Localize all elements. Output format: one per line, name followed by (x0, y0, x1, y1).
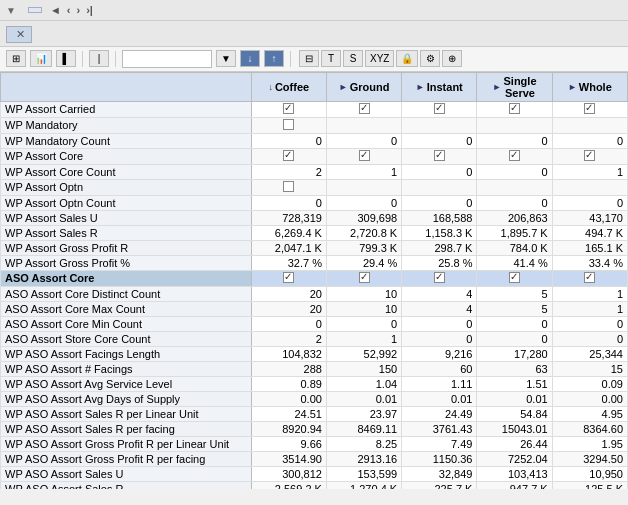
cell-14-1: 0 (326, 316, 401, 331)
col-header-3[interactable]: ►Single Serve (477, 72, 552, 101)
checkbox-checked-0-1[interactable] (359, 103, 370, 114)
table-container[interactable]: ↓Coffee►Ground►Instant►Single Serve►Whol… (0, 72, 628, 489)
col-arrow-2: ► (416, 82, 425, 92)
nav-up-btn[interactable]: ↑ (264, 50, 284, 67)
checkbox-checked-3-2[interactable] (434, 150, 445, 161)
cell-1-0 (251, 117, 326, 133)
checkbox-checked-0-2[interactable] (434, 103, 445, 114)
col-header-0[interactable]: ↓Coffee (251, 72, 326, 101)
cell-22-0: 9.66 (251, 436, 326, 451)
cell-19-4: 0.00 (552, 391, 627, 406)
col-header-4[interactable]: ►Whole (552, 72, 627, 101)
row-label-5: WP Assort Optn (1, 179, 252, 195)
table-row: ASO Assort Store Core Count21000 (1, 331, 628, 346)
toolbar-grid-btn[interactable]: ⊞ (6, 50, 26, 67)
table-row: WP ASO Assort Sales R2,569.2 K1,270.4 K2… (1, 481, 628, 489)
cell-13-1: 10 (326, 301, 401, 316)
row-label-7: WP Assort Sales U (1, 210, 252, 225)
icon-btn-2[interactable]: T (321, 50, 341, 67)
cell-19-3: 0.01 (477, 391, 552, 406)
checkbox-checked-3-0[interactable] (283, 150, 294, 161)
table-row: WP ASO Assort Sales R per Linear Unit24.… (1, 406, 628, 421)
checkbox-checked-11-2[interactable] (434, 272, 445, 283)
location-button[interactable] (28, 7, 42, 13)
checkbox-checked-0-4[interactable] (584, 103, 595, 114)
cell-13-0: 20 (251, 301, 326, 316)
cell-7-4: 43,170 (552, 210, 627, 225)
checkbox-checked-0-0[interactable] (283, 103, 294, 114)
checkbox-checked-3-4[interactable] (584, 150, 595, 161)
nav-first[interactable]: ◄ (48, 4, 63, 16)
row-label-23: WP ASO Assort Gross Profit R per facing (1, 451, 252, 466)
nav-down-btn[interactable]: ↓ (240, 50, 260, 67)
cell-14-3: 0 (477, 316, 552, 331)
find-input[interactable] (122, 50, 212, 68)
cell-1-1 (326, 117, 401, 133)
cell-12-0: 20 (251, 286, 326, 301)
table-row: WP Assort Optn Count00000 (1, 195, 628, 210)
cell-16-3: 17,280 (477, 346, 552, 361)
checkbox-checked-11-1[interactable] (359, 272, 370, 283)
toolbar-bar-btn[interactable]: ▌ (56, 50, 76, 67)
cell-10-0: 32.7 % (251, 255, 326, 270)
row-label-13: ASO Assort Core Max Count (1, 301, 252, 316)
cell-18-2: 1.11 (402, 376, 477, 391)
cell-0-3 (477, 101, 552, 117)
collapse-icon[interactable]: ▼ (6, 5, 16, 16)
cell-10-1: 29.4 % (326, 255, 401, 270)
location-close-icon[interactable]: ✕ (16, 28, 25, 41)
checkbox-empty-5-0[interactable] (283, 181, 294, 192)
checkbox-checked-3-1[interactable] (359, 150, 370, 161)
cell-20-2: 24.49 (402, 406, 477, 421)
cell-25-0: 2,569.2 K (251, 481, 326, 489)
table-row: WP ASO Assort Facings Length104,83252,99… (1, 346, 628, 361)
col-header-1[interactable]: ►Ground (326, 72, 401, 101)
cell-1-3 (477, 117, 552, 133)
col-header-2[interactable]: ►Instant (402, 72, 477, 101)
toolbar-line-btn[interactable]: | (89, 50, 109, 67)
toolbar-chart-btn[interactable]: 📊 (30, 50, 52, 67)
nav-last[interactable]: ›| (84, 4, 95, 16)
table-row: WP ASO Assort Gross Profit R per facing3… (1, 451, 628, 466)
icon-btn-5[interactable]: 🔒 (396, 50, 418, 67)
icon-btn-4[interactable]: XYZ (365, 50, 394, 67)
cell-6-0: 0 (251, 195, 326, 210)
cell-12-4: 1 (552, 286, 627, 301)
checkbox-checked-3-3[interactable] (509, 150, 520, 161)
cell-16-4: 25,344 (552, 346, 627, 361)
nav-next[interactable]: › (74, 4, 82, 16)
nav-prev[interactable]: ‹ (65, 4, 73, 16)
data-table: ↓Coffee►Ground►Instant►Single Serve►Whol… (0, 72, 628, 489)
cell-6-2: 0 (402, 195, 477, 210)
checkbox-checked-11-3[interactable] (509, 272, 520, 283)
cell-4-2: 0 (402, 164, 477, 179)
cell-17-0: 288 (251, 361, 326, 376)
table-row: ASO Assort Core Distinct Count2010451 (1, 286, 628, 301)
row-label-6: WP Assort Optn Count (1, 195, 252, 210)
cell-24-3: 103,413 (477, 466, 552, 481)
title-bar: ▼ ◄ ‹ › ›| (0, 0, 628, 21)
col-label-3: Single Serve (504, 75, 537, 99)
cell-23-1: 2913.16 (326, 451, 401, 466)
icon-btn-1[interactable]: ⊟ (299, 50, 319, 67)
checkbox-checked-11-0[interactable] (283, 272, 294, 283)
cell-9-0: 2,047.1 K (251, 240, 326, 255)
checkbox-checked-11-4[interactable] (584, 272, 595, 283)
cell-0-2 (402, 101, 477, 117)
icon-btn-3[interactable]: S (343, 50, 363, 67)
cell-21-2: 3761.43 (402, 421, 477, 436)
cell-6-3: 0 (477, 195, 552, 210)
checkbox-checked-0-3[interactable] (509, 103, 520, 114)
find-dropdown-btn[interactable]: ▼ (216, 50, 236, 67)
col-label-4: Whole (579, 81, 612, 93)
table-row: WP Assort Sales U728,319309,698168,58820… (1, 210, 628, 225)
icon-btn-6[interactable]: ⚙ (420, 50, 440, 67)
checkbox-empty-1-0[interactable] (283, 119, 294, 130)
cell-15-0: 2 (251, 331, 326, 346)
cell-5-3 (477, 179, 552, 195)
cell-8-1: 2,720.8 K (326, 225, 401, 240)
cell-11-4 (552, 270, 627, 286)
icon-btn-7[interactable]: ⊕ (442, 50, 462, 67)
row-label-4: WP Assort Core Count (1, 164, 252, 179)
cell-12-1: 10 (326, 286, 401, 301)
